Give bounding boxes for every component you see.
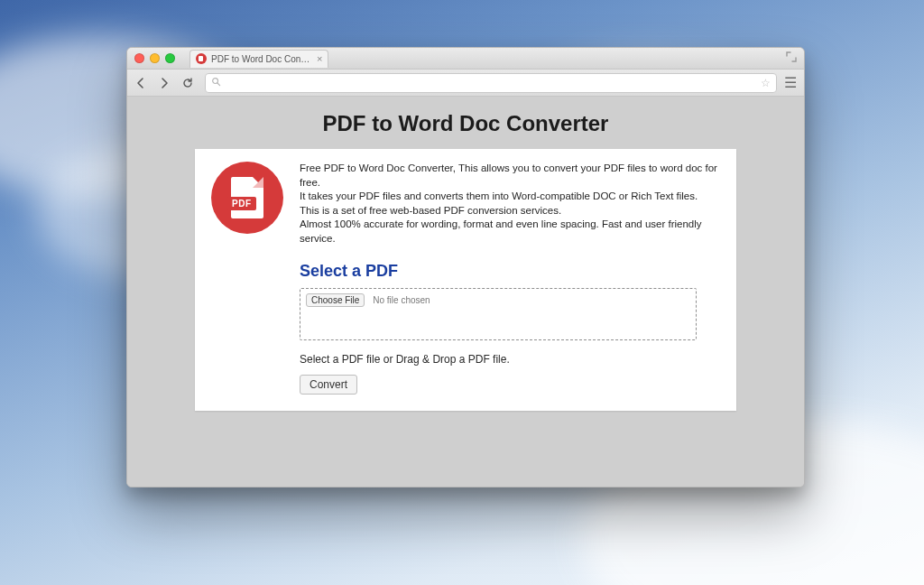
window-close-button[interactable]	[134, 53, 144, 63]
tab-close-icon[interactable]: ×	[317, 53, 322, 64]
browser-window: PDF to Word Doc Converte… × ☆ ☰ PDF to W…	[126, 47, 805, 488]
search-icon	[211, 77, 221, 88]
back-button[interactable]	[134, 77, 151, 89]
window-titlebar: PDF to Word Doc Converte… ×	[127, 48, 804, 70]
address-bar[interactable]: ☆	[205, 73, 777, 93]
convert-button[interactable]: Convert	[300, 375, 357, 395]
select-pdf-heading: Select a PDF	[300, 262, 720, 281]
drop-hint-text: Select a PDF file or Drag & Drop a PDF f…	[300, 353, 720, 366]
pdf-badge-icon: PDF	[211, 162, 283, 234]
pdf-document-icon: PDF	[231, 177, 263, 218]
pdf-badge-label: PDF	[227, 197, 256, 210]
description-line: It takes your PDF files and converts the…	[300, 190, 720, 204]
browser-tab[interactable]: PDF to Word Doc Converte… ×	[189, 50, 328, 68]
page-content: PDF to Word Doc Converter PDF Free PDF t…	[127, 97, 804, 487]
description-line: This is a set of free web-based PDF conv…	[300, 204, 720, 218]
menu-button[interactable]: ☰	[784, 74, 797, 91]
window-minimize-button[interactable]	[150, 53, 160, 63]
reload-button[interactable]	[181, 77, 198, 89]
window-expand-icon[interactable]	[786, 51, 797, 65]
tab-favicon-icon	[196, 53, 207, 64]
choose-file-button[interactable]: Choose File	[306, 293, 365, 307]
main-panel: PDF Free PDF to Word Doc Converter, This…	[195, 149, 736, 411]
browser-toolbar: ☆ ☰	[127, 70, 804, 97]
description-line: Almost 100% accurate for wording, format…	[300, 218, 720, 246]
file-chosen-text: No file chosen	[373, 295, 430, 305]
file-drop-zone[interactable]: Choose File No file chosen	[300, 288, 697, 340]
forward-button[interactable]	[158, 77, 174, 89]
description-text: Free PDF to Word Doc Converter, This all…	[300, 162, 720, 246]
window-zoom-button[interactable]	[165, 53, 175, 63]
bookmark-star-icon[interactable]: ☆	[761, 77, 771, 89]
tab-title: PDF to Word Doc Converte…	[211, 54, 310, 64]
page-title: PDF to Word Doc Converter	[323, 111, 609, 136]
svg-line-1	[217, 83, 220, 86]
description-line: Free PDF to Word Doc Converter, This all…	[300, 162, 720, 190]
